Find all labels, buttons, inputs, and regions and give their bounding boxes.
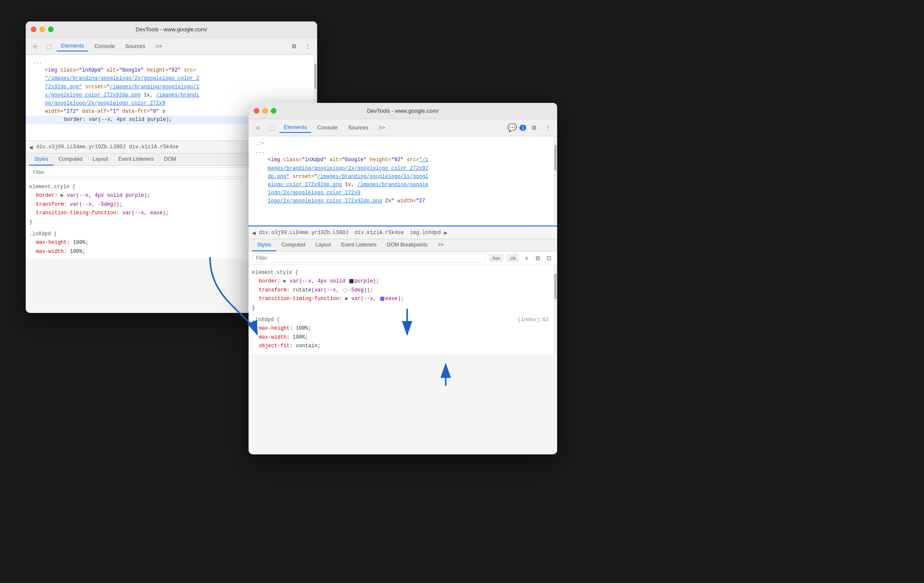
gear-icon-2[interactable]: ⚙ xyxy=(528,122,540,134)
toolbar-2: ⊹ ⬚ Elements Console Sources >> 💬 1 ⚙ ⋮ xyxy=(249,119,557,136)
title-bar-2: DevTools - www.google.com/ xyxy=(249,103,557,119)
css-prop-border-2: border: ▶ var(--x, 4px solid purple); xyxy=(252,277,554,285)
eye-icon-2[interactable]: ⊡ xyxy=(544,253,554,263)
filter-bar-2: :hov .cls + ⧉ ⊡ xyxy=(249,252,557,265)
tab-styles-2[interactable]: Styles xyxy=(252,239,276,251)
tab-layout-2[interactable]: Layout xyxy=(310,239,336,251)
toolbar-1: ⊹ ⬚ Elements Console Sources >> ⚙ ⋮ xyxy=(26,38,317,55)
css-prop-transform-2: transform: rotate(var(--x, -5deg)); xyxy=(252,286,554,295)
css-close-2: } xyxy=(252,304,554,312)
breadcrumb-left-arrow-2[interactable]: ◀ xyxy=(252,229,255,237)
css-prop-maxheight-2: max-height: 100%; xyxy=(252,324,554,333)
plus-icon-2[interactable]: + xyxy=(522,253,531,263)
title-bar-1: DevTools - www.google.com/ xyxy=(26,21,317,38)
tab-event-listeners-2[interactable]: Event Listeners xyxy=(336,239,382,251)
traffic-lights-2 xyxy=(254,108,276,114)
html-line-2-8: logo/2x/googlelogo_color_272x92dp.png 2x… xyxy=(249,197,557,205)
copy-icon-2[interactable]: ⧉ xyxy=(533,253,543,263)
gear-icon-1[interactable]: ⚙ xyxy=(288,40,300,52)
css-prop-maxwidth-2: max-width: 100%; xyxy=(252,333,554,342)
css-panel-2: element.style { border: ▶ var(--x, 4px s… xyxy=(249,265,557,354)
html-line-2-2: ... xyxy=(249,148,557,156)
css-selector-lnxdpd-2: .lnXdpd { (index):63 xyxy=(252,316,554,324)
tab-sources-2[interactable]: Sources xyxy=(344,123,373,132)
cls-badge-2[interactable]: .cls xyxy=(507,254,519,262)
cursor-icon[interactable]: ⊹ xyxy=(29,40,41,52)
maximize-button-2[interactable] xyxy=(271,108,276,114)
tab-dom-breakpoints-2[interactable]: DOM Breakpoints xyxy=(382,239,433,251)
notification-badge-2: 1 xyxy=(519,125,526,131)
filter-input-2[interactable] xyxy=(252,253,486,263)
breadcrumb-item-2-1[interactable]: div.o3j99.LLD4me.yr19Zb.LS8OJ xyxy=(259,230,348,236)
tab-more-styles-2[interactable]: >> xyxy=(433,239,449,251)
html-line-2-3: <img class="lnXdpd" alt="Google" height=… xyxy=(249,156,557,164)
traffic-lights-1 xyxy=(31,27,54,32)
breadcrumb-item-2-3[interactable]: img.lnXdpd xyxy=(410,230,441,236)
html-line-2-5: dp.png" srcset="/images/branding/googlel… xyxy=(249,173,557,181)
more-icon-1[interactable]: ⋮ xyxy=(302,40,314,52)
html-line: 72x92dp.png" srcset="/images/branding/go… xyxy=(26,83,317,91)
inspect-icon-2[interactable]: ⬚ xyxy=(266,122,278,134)
breadcrumb-left-arrow[interactable]: ◀ xyxy=(29,144,33,151)
more-icon-2[interactable]: ⋮ xyxy=(542,122,554,134)
tab-more-2[interactable]: >> xyxy=(375,123,390,132)
tab-computed-1[interactable]: Computed xyxy=(54,153,87,165)
tab-layout-1[interactable]: Layout xyxy=(87,153,113,165)
close-button-1[interactable] xyxy=(31,27,36,32)
tab-dom-1[interactable]: DOM xyxy=(159,153,181,165)
breadcrumb-2: ◀ div.o3j99.LLD4me.yr19Zb.LS8OJ div.k1zl… xyxy=(249,226,557,239)
tab-more-1[interactable]: >> xyxy=(152,41,167,51)
hov-badge-2[interactable]: :hov xyxy=(489,254,503,262)
html-line-2-4: mages/branding/googlelogo/2x/googlelogo_… xyxy=(249,165,557,173)
cursor-icon-2[interactable]: ⊹ xyxy=(252,122,264,134)
css-selector-2: element.style { xyxy=(252,268,554,277)
minimize-button-1[interactable] xyxy=(39,27,45,32)
close-button-2[interactable] xyxy=(254,108,259,114)
css-prop-transition-2: transition-timing-function: ▶ var(--x, e… xyxy=(252,295,554,303)
filter-input-1[interactable] xyxy=(29,168,281,177)
html-line: <img class="lnXdpd" alt="Google" height=… xyxy=(26,66,317,75)
window-title-2: DevTools - www.google.com/ xyxy=(367,108,439,114)
html-line: "/images/branding/googlelogo/2x/googlelo… xyxy=(26,75,317,83)
tab-elements-1[interactable]: Elements xyxy=(57,41,88,51)
breadcrumb-item-1[interactable]: div.o3j99.LLD4me.yr19Zb.LS8OJ xyxy=(36,144,126,150)
styles-tabs-2: Styles Computed Layout Event Listeners D… xyxy=(249,239,557,252)
html-line-2-6: elogo_color_272x92dp.png 1x, /images/bra… xyxy=(249,181,557,189)
tab-sources-1[interactable]: Sources xyxy=(121,41,150,51)
index-label-2: (index):63 xyxy=(518,316,549,324)
breadcrumb-more-2[interactable]: ▶ xyxy=(444,230,447,236)
tab-console-1[interactable]: Console xyxy=(90,41,119,51)
html-line-2-7: logo/2x/googlelogo_color_272x9 xyxy=(249,189,557,197)
tab-console-2[interactable]: Console xyxy=(313,123,342,132)
html-line: x/googlelogo_color_272x92dp.png 1x, /ima… xyxy=(26,91,317,99)
tab-elements-2[interactable]: Elements xyxy=(279,122,311,133)
filter-icons-2: + ⧉ ⊡ xyxy=(522,253,554,263)
comment-icon-2: 💬 xyxy=(507,123,517,132)
tab-computed-2[interactable]: Computed xyxy=(276,239,310,251)
breadcrumb-item-2[interactable]: div.k1zlA.rSk4se xyxy=(129,144,178,150)
css-prop-objectfit-2: object-fit: contain; xyxy=(252,342,554,350)
html-line-2-1: .:~ xyxy=(249,140,557,148)
tab-event-listeners-1[interactable]: Event Listeners xyxy=(113,153,159,165)
window-title-1: DevTools - www.google.com/ xyxy=(136,26,207,33)
breadcrumb-item-2-2[interactable]: div.k1zlA.rSk4se xyxy=(354,230,404,236)
html-panel-2: .:~ ... <img class="lnXdpd" alt="Google"… xyxy=(249,136,557,226)
tab-styles-1[interactable]: Styles xyxy=(29,153,54,165)
minimize-button-2[interactable] xyxy=(262,108,268,114)
html-line: ... xyxy=(26,58,317,66)
devtools-window-2: DevTools - www.google.com/ ⊹ ⬚ Elements … xyxy=(249,103,557,454)
inspect-icon[interactable]: ⬚ xyxy=(43,40,55,52)
maximize-button-1[interactable] xyxy=(48,27,54,32)
